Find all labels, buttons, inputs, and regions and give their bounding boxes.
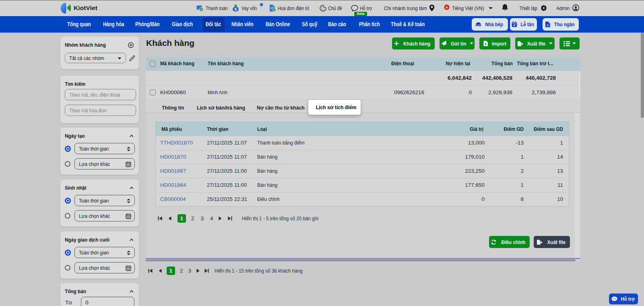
- svg-text:$: $: [235, 7, 237, 11]
